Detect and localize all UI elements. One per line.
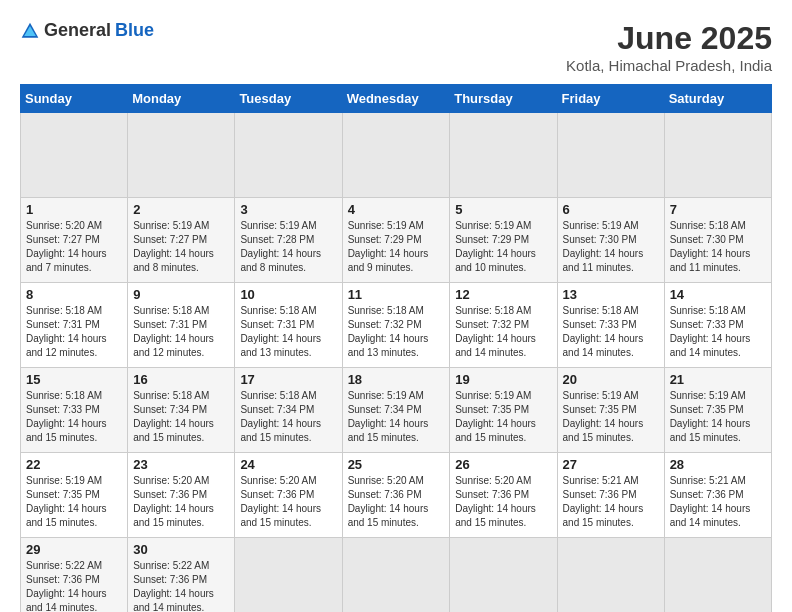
week-row-4: 15Sunrise: 5:18 AMSunset: 7:33 PMDayligh… [21,368,772,453]
calendar-cell: 13Sunrise: 5:18 AMSunset: 7:33 PMDayligh… [557,283,664,368]
day-info: Sunrise: 5:19 AMSunset: 7:29 PMDaylight:… [348,219,445,275]
day-number: 15 [26,372,122,387]
day-info: Sunrise: 5:18 AMSunset: 7:33 PMDaylight:… [26,389,122,445]
day-info: Sunrise: 5:19 AMSunset: 7:27 PMDaylight:… [133,219,229,275]
day-info: Sunrise: 5:19 AMSunset: 7:35 PMDaylight:… [670,389,766,445]
header-day-tuesday: Tuesday [235,85,342,113]
calendar-cell: 20Sunrise: 5:19 AMSunset: 7:35 PMDayligh… [557,368,664,453]
calendar-cell: 24Sunrise: 5:20 AMSunset: 7:36 PMDayligh… [235,453,342,538]
day-number: 28 [670,457,766,472]
day-number: 4 [348,202,445,217]
day-number: 27 [563,457,659,472]
calendar-cell [557,113,664,198]
calendar-cell: 27Sunrise: 5:21 AMSunset: 7:36 PMDayligh… [557,453,664,538]
day-info: Sunrise: 5:18 AMSunset: 7:31 PMDaylight:… [133,304,229,360]
day-info: Sunrise: 5:20 AMSunset: 7:36 PMDaylight:… [348,474,445,530]
day-number: 3 [240,202,336,217]
calendar-cell: 1Sunrise: 5:20 AMSunset: 7:27 PMDaylight… [21,198,128,283]
calendar-cell: 16Sunrise: 5:18 AMSunset: 7:34 PMDayligh… [128,368,235,453]
calendar-cell [235,538,342,613]
day-info: Sunrise: 5:19 AMSunset: 7:29 PMDaylight:… [455,219,551,275]
day-info: Sunrise: 5:19 AMSunset: 7:35 PMDaylight:… [563,389,659,445]
day-number: 18 [348,372,445,387]
calendar-cell: 3Sunrise: 5:19 AMSunset: 7:28 PMDaylight… [235,198,342,283]
week-row-3: 8Sunrise: 5:18 AMSunset: 7:31 PMDaylight… [21,283,772,368]
day-number: 5 [455,202,551,217]
day-info: Sunrise: 5:19 AMSunset: 7:28 PMDaylight:… [240,219,336,275]
day-number: 23 [133,457,229,472]
day-number: 11 [348,287,445,302]
header-day-monday: Monday [128,85,235,113]
day-number: 22 [26,457,122,472]
day-info: Sunrise: 5:20 AMSunset: 7:36 PMDaylight:… [240,474,336,530]
day-number: 21 [670,372,766,387]
day-number: 2 [133,202,229,217]
header-day-friday: Friday [557,85,664,113]
day-info: Sunrise: 5:18 AMSunset: 7:34 PMDaylight:… [133,389,229,445]
calendar-cell: 5Sunrise: 5:19 AMSunset: 7:29 PMDaylight… [450,198,557,283]
calendar-table: SundayMondayTuesdayWednesdayThursdayFrid… [20,84,772,612]
calendar-cell [342,113,450,198]
day-info: Sunrise: 5:18 AMSunset: 7:33 PMDaylight:… [670,304,766,360]
calendar-cell: 25Sunrise: 5:20 AMSunset: 7:36 PMDayligh… [342,453,450,538]
week-row-5: 22Sunrise: 5:19 AMSunset: 7:35 PMDayligh… [21,453,772,538]
calendar-cell: 21Sunrise: 5:19 AMSunset: 7:35 PMDayligh… [664,368,771,453]
day-number: 29 [26,542,122,557]
day-number: 24 [240,457,336,472]
day-info: Sunrise: 5:18 AMSunset: 7:31 PMDaylight:… [240,304,336,360]
day-number: 9 [133,287,229,302]
day-info: Sunrise: 5:18 AMSunset: 7:30 PMDaylight:… [670,219,766,275]
calendar-cell: 12Sunrise: 5:18 AMSunset: 7:32 PMDayligh… [450,283,557,368]
day-info: Sunrise: 5:19 AMSunset: 7:35 PMDaylight:… [26,474,122,530]
week-row-6: 29Sunrise: 5:22 AMSunset: 7:36 PMDayligh… [21,538,772,613]
calendar-header-row: SundayMondayTuesdayWednesdayThursdayFrid… [21,85,772,113]
calendar-title: June 2025 [566,20,772,57]
day-info: Sunrise: 5:19 AMSunset: 7:34 PMDaylight:… [348,389,445,445]
day-number: 30 [133,542,229,557]
day-info: Sunrise: 5:18 AMSunset: 7:32 PMDaylight:… [455,304,551,360]
calendar-cell: 22Sunrise: 5:19 AMSunset: 7:35 PMDayligh… [21,453,128,538]
day-number: 8 [26,287,122,302]
calendar-cell [21,113,128,198]
day-number: 17 [240,372,336,387]
calendar-cell: 18Sunrise: 5:19 AMSunset: 7:34 PMDayligh… [342,368,450,453]
day-info: Sunrise: 5:18 AMSunset: 7:31 PMDaylight:… [26,304,122,360]
logo: GeneralBlue [20,20,154,41]
day-info: Sunrise: 5:18 AMSunset: 7:32 PMDaylight:… [348,304,445,360]
day-number: 13 [563,287,659,302]
day-number: 10 [240,287,336,302]
calendar-cell: 19Sunrise: 5:19 AMSunset: 7:35 PMDayligh… [450,368,557,453]
calendar-cell: 17Sunrise: 5:18 AMSunset: 7:34 PMDayligh… [235,368,342,453]
header-day-sunday: Sunday [21,85,128,113]
calendar-cell [557,538,664,613]
calendar-cell [450,538,557,613]
day-info: Sunrise: 5:21 AMSunset: 7:36 PMDaylight:… [670,474,766,530]
day-number: 1 [26,202,122,217]
day-info: Sunrise: 5:20 AMSunset: 7:36 PMDaylight:… [133,474,229,530]
day-number: 26 [455,457,551,472]
calendar-subtitle: Kotla, Himachal Pradesh, India [566,57,772,74]
calendar-cell: 23Sunrise: 5:20 AMSunset: 7:36 PMDayligh… [128,453,235,538]
logo-icon [20,21,40,41]
calendar-cell [342,538,450,613]
title-area: June 2025 Kotla, Himachal Pradesh, India [566,20,772,74]
calendar-cell: 7Sunrise: 5:18 AMSunset: 7:30 PMDaylight… [664,198,771,283]
day-number: 12 [455,287,551,302]
day-info: Sunrise: 5:18 AMSunset: 7:33 PMDaylight:… [563,304,659,360]
day-number: 25 [348,457,445,472]
calendar-cell: 6Sunrise: 5:19 AMSunset: 7:30 PMDaylight… [557,198,664,283]
week-row-1 [21,113,772,198]
day-number: 19 [455,372,551,387]
logo-general-text: General [44,20,111,41]
day-info: Sunrise: 5:22 AMSunset: 7:36 PMDaylight:… [26,559,122,612]
calendar-cell: 28Sunrise: 5:21 AMSunset: 7:36 PMDayligh… [664,453,771,538]
day-info: Sunrise: 5:22 AMSunset: 7:36 PMDaylight:… [133,559,229,612]
day-info: Sunrise: 5:20 AMSunset: 7:36 PMDaylight:… [455,474,551,530]
day-number: 7 [670,202,766,217]
day-number: 20 [563,372,659,387]
calendar-cell [664,538,771,613]
logo-blue-text: Blue [115,20,154,41]
week-row-2: 1Sunrise: 5:20 AMSunset: 7:27 PMDaylight… [21,198,772,283]
header-day-saturday: Saturday [664,85,771,113]
calendar-cell: 10Sunrise: 5:18 AMSunset: 7:31 PMDayligh… [235,283,342,368]
